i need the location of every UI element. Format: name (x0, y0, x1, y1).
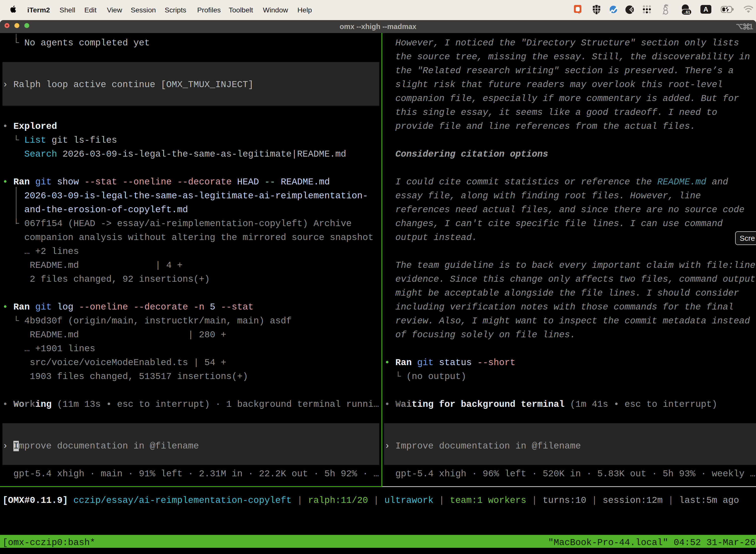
svg-text:..61: ..61 (684, 10, 690, 14)
svg-text:A: A (703, 6, 708, 13)
